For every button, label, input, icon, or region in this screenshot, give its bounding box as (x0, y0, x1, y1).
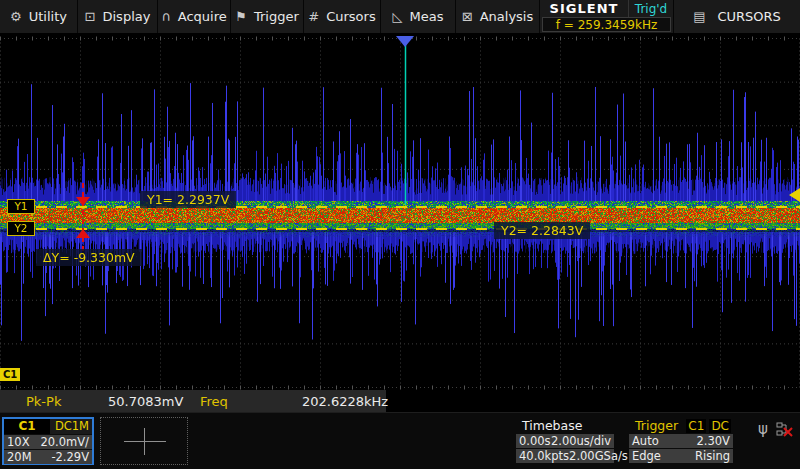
channel1-probe: 10X (7, 435, 30, 449)
bottom-status-bar: C1 DC1M 10X 20.0mV/ 20M -2.29V Timebase … (0, 412, 800, 469)
trigger-mode: Auto (632, 434, 659, 448)
timebase-title: Timebase (522, 418, 582, 433)
cursor-y2-readout: Y2= 2.2843V (494, 222, 590, 239)
measurement-strip[interactable]: Pk-Pk 50.7083mV Freq 202.6228kHz (0, 390, 386, 412)
frequency-counter: f = 259.3459kHz (542, 17, 671, 32)
menu-trigger[interactable]: ⚑ Trigger (231, 0, 304, 33)
trigger-coupling: DC (709, 419, 731, 433)
channel1-descriptor[interactable]: C1 DC1M 10X 20.0mV/ 20M -2.29V (2, 417, 94, 465)
lan-disconnected-icon (776, 422, 794, 441)
cursor-delta-readout: ΔY= -9.330mV (36, 249, 142, 266)
oscilloscope-screen: ⚙ Utility ⊡ Display ∩ Acquire ⚑ Trigger … (0, 0, 800, 469)
cursor-y2-tag[interactable]: Y2 (7, 221, 35, 236)
menu-display-label: Display (102, 9, 150, 24)
flag-icon: ⚑ (235, 10, 247, 23)
menu-cursors[interactable]: # Cursors (304, 0, 381, 33)
timebase-memory: 40.0kpts (519, 449, 569, 463)
trigger-position-marker[interactable] (396, 36, 414, 47)
channel1-bandwidth: 20M (7, 450, 32, 464)
menu-meas-label: Meas (410, 9, 444, 24)
timebase-samplerate: 2.00GSa/s (569, 449, 628, 463)
menu-list-icon: ▤ (693, 10, 705, 23)
channel-placeholder-slot[interactable] (100, 417, 188, 465)
channel1-name-chip: C1 (4, 419, 50, 434)
timebase-delay: 0.00s (519, 434, 551, 448)
acquire-icon: ∩ (161, 10, 171, 23)
trigger-source-chip: C1 (686, 419, 706, 433)
menu-analysis-label: Analysis (480, 9, 534, 24)
cursors-icon: # (308, 10, 319, 23)
siglent-logo: SIGLENT (540, 0, 629, 17)
sidebar-header-cursors[interactable]: ▤ CURSORS (674, 0, 800, 33)
menu-meas[interactable]: ◺ Meas (381, 0, 456, 33)
gear-icon: ⚙ (10, 10, 22, 23)
timebase-descriptor[interactable]: Timebase 0.00s 2.00us/div 40.0kpts 2.00G… (516, 418, 614, 463)
brand-block: SIGLENT Trig'd f = 259.3459kHz (540, 0, 674, 33)
menu-display[interactable]: ⊡ Display (78, 0, 158, 33)
menu-utility[interactable]: ⚙ Utility (0, 0, 78, 33)
channel-offset-marker[interactable]: C1 (0, 368, 20, 381)
meas-pkpk-value: 50.7083mV (108, 394, 200, 409)
trigger-type: Edge (632, 449, 661, 463)
waveform-display[interactable] (0, 33, 800, 390)
trigger-descriptor[interactable]: Trigger C1 DC Auto 2.30V Edge Rising (629, 418, 733, 463)
menu-analysis[interactable]: ⊠ Analysis (456, 0, 540, 33)
usb-icon: ψ (758, 420, 768, 438)
menu-acquire[interactable]: ∩ Acquire (158, 0, 231, 33)
analysis-icon: ⊠ (462, 10, 473, 23)
trigger-slope: Rising (695, 449, 730, 463)
crosshair-icon (124, 441, 166, 442)
channel1-offset: -2.29V (51, 450, 89, 464)
trigger-level: 2.30V (697, 434, 730, 448)
cursor-active-marker-line (82, 183, 84, 252)
measure-icon: ◺ (393, 10, 403, 23)
top-menu-bar: ⚙ Utility ⊡ Display ∩ Acquire ⚑ Trigger … (0, 0, 800, 33)
menu-acquire-label: Acquire (178, 9, 227, 24)
channel1-coupling: DC1M (50, 419, 92, 434)
cursor-down-arrow[interactable] (76, 197, 90, 206)
sidebar-header-label: CURSORS (717, 9, 780, 24)
measurement-row: Pk-Pk 50.7083mV Freq 202.6228kHz (0, 390, 800, 412)
cursor-y1-readout: Y1= 2.2937V (140, 191, 236, 208)
menu-utility-label: Utility (29, 9, 67, 24)
menu-trigger-label: Trigger (254, 9, 299, 24)
timebase-scale: 2.00us/div (551, 434, 611, 448)
meas-freq-label: Freq (200, 394, 302, 409)
meas-pkpk-label: Pk-Pk (0, 394, 108, 409)
crosshair-icon-vertical (144, 428, 145, 455)
trigger-title: Trigger (635, 418, 678, 433)
cursor-y1-tag[interactable]: Y1 (7, 199, 35, 214)
cursor-y2-line[interactable] (36, 228, 800, 230)
cursor-up-arrow[interactable] (76, 229, 90, 238)
display-icon: ⊡ (85, 10, 96, 23)
trigger-level-arrow[interactable] (789, 188, 800, 202)
menu-cursors-label: Cursors (326, 9, 376, 24)
channel1-scale: 20.0mV/ (40, 435, 89, 449)
trigger-status-badge: Trig'd (629, 0, 673, 17)
waveform-area: Y1 Y2 Y1= 2.2937V Y2= 2.2843V ΔY= -9.330… (0, 33, 800, 390)
meas-freq-value: 202.6228kHz (302, 394, 386, 409)
